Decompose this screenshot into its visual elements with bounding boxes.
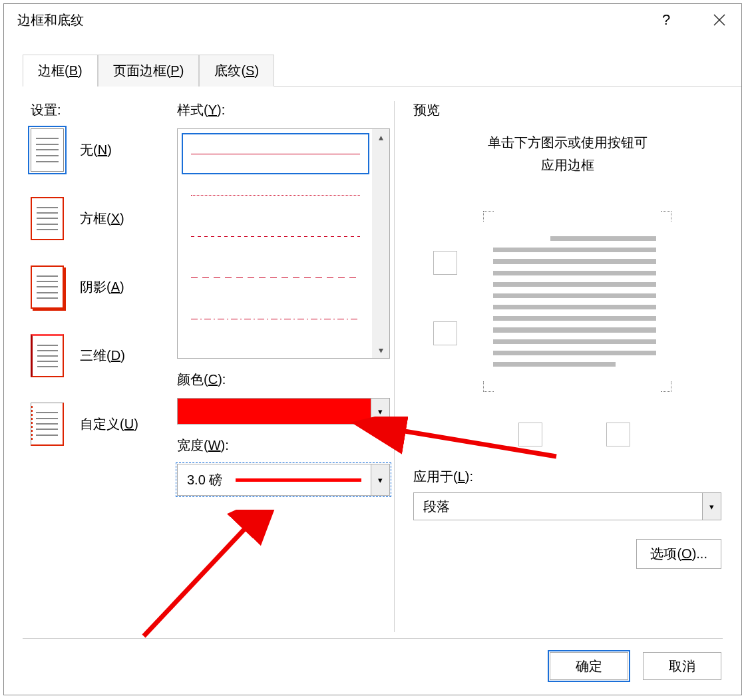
close-button[interactable] xyxy=(704,7,735,33)
setting-3d-icon[interactable] xyxy=(31,334,64,377)
setting-box-label: 方框(X) xyxy=(80,210,124,228)
tab-border[interactable]: 边框(B) xyxy=(23,55,98,87)
close-icon xyxy=(713,13,726,27)
corner-marker-icon xyxy=(661,381,671,392)
ok-button[interactable]: 确定 xyxy=(550,652,628,680)
setting-box-icon[interactable] xyxy=(31,197,64,240)
divider xyxy=(23,638,723,639)
corner-marker-icon xyxy=(483,381,494,392)
border-top-button[interactable] xyxy=(433,251,457,275)
corner-marker-icon xyxy=(661,211,671,222)
setting-none-label: 无(N) xyxy=(80,141,112,159)
borders-shading-dialog: 边框和底纹 ? 边框(B) 页面边框(P) 底纹(S) 设置: 无(N) xyxy=(3,3,742,695)
setting-shadow-icon[interactable] xyxy=(31,265,64,309)
style-dash-small[interactable] xyxy=(182,216,369,257)
width-preview-line xyxy=(236,478,361,482)
chevron-down-icon: ▾ xyxy=(702,493,721,520)
apply-to-label: 应用于(L): xyxy=(413,468,721,486)
border-right-button[interactable] xyxy=(606,423,630,446)
chevron-down-icon: ▾ xyxy=(371,464,390,496)
apply-to-value: 段落 xyxy=(414,498,702,516)
tab-bar: 边框(B) 页面边框(P) 底纹(S) xyxy=(23,55,741,87)
dialog-title: 边框和底纹 xyxy=(17,11,84,29)
preview-paragraph xyxy=(493,222,656,381)
scroll-up-icon: ▴ xyxy=(379,132,383,142)
preview-label: 预览 xyxy=(413,101,721,119)
apply-to-dropdown[interactable]: 段落 ▾ xyxy=(413,492,721,520)
preview-hint: 单击下方图示或使用按钮可应用边框 xyxy=(413,131,721,176)
style-solid[interactable] xyxy=(182,133,369,174)
cancel-button[interactable]: 取消 xyxy=(643,652,721,680)
width-value: 3.0 磅 xyxy=(187,471,222,489)
preview-area[interactable] xyxy=(413,210,721,449)
chevron-down-icon: ▾ xyxy=(371,399,389,424)
setting-custom-label: 自定义(U) xyxy=(80,415,138,433)
style-listbox[interactable]: ▴ ▾ xyxy=(177,128,390,359)
color-dropdown[interactable]: ▾ xyxy=(177,398,390,425)
style-dotted[interactable] xyxy=(182,174,369,216)
titlebar: 边框和底纹 ? xyxy=(4,4,741,36)
options-button[interactable]: 选项(O)... xyxy=(636,539,721,569)
settings-label: 设置: xyxy=(31,101,177,119)
setting-none-icon[interactable] xyxy=(31,128,64,172)
tab-shading[interactable]: 底纹(S) xyxy=(199,55,274,87)
help-button[interactable]: ? xyxy=(651,7,681,33)
color-swatch xyxy=(178,399,371,424)
style-scrollbar[interactable]: ▴ ▾ xyxy=(372,129,389,358)
setting-custom-icon[interactable] xyxy=(31,403,64,446)
border-left-button[interactable] xyxy=(518,423,542,446)
scroll-down-icon: ▾ xyxy=(379,345,383,355)
corner-marker-icon xyxy=(483,211,494,222)
color-label: 颜色(C): xyxy=(177,371,390,389)
width-label: 宽度(W): xyxy=(177,437,390,454)
style-dash-dot[interactable] xyxy=(182,298,369,339)
setting-3d-label: 三维(D) xyxy=(80,347,125,365)
width-dropdown[interactable]: 3.0 磅 ▾ xyxy=(177,464,390,496)
style-dash-medium[interactable] xyxy=(182,257,369,298)
style-label: 样式(Y): xyxy=(177,101,390,119)
setting-shadow-label: 阴影(A) xyxy=(80,278,124,296)
border-bottom-button[interactable] xyxy=(433,321,457,345)
tab-page-border[interactable]: 页面边框(P) xyxy=(98,55,200,87)
